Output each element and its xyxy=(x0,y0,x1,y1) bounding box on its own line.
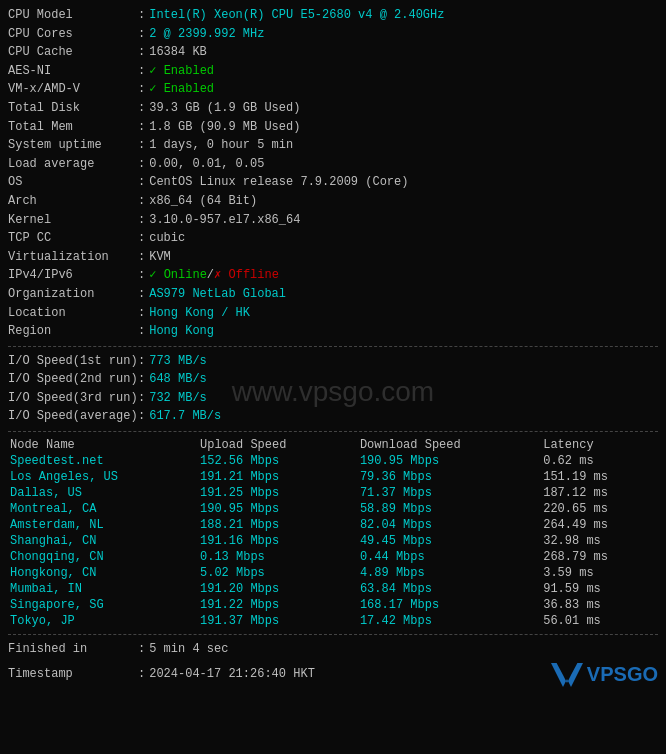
footer-section: Finished in : 5 min 4 sec Timestamp : 20… xyxy=(8,640,658,691)
cpu-model-value: Intel(R) Xeon(R) CPU E5-2680 v4 @ 2.40GH… xyxy=(149,6,444,25)
load-value: 0.00, 0.01, 0.05 xyxy=(149,155,264,174)
node-name: Los Angeles, US xyxy=(8,469,190,485)
upload-speed: 191.25 Mbps xyxy=(190,485,350,501)
io-run2-label: I/O Speed(2nd run) xyxy=(8,370,138,389)
latency-value: 220.65 ms xyxy=(533,501,658,517)
network-row: Chongqing, CN 0.13 Mbps 0.44 Mbps 268.79… xyxy=(8,549,658,565)
network-row: Tokyo, JP 191.37 Mbps 17.42 Mbps 56.01 m… xyxy=(8,613,658,629)
ipv4-online: ✓ Online xyxy=(149,266,207,285)
node-name: Chongqing, CN xyxy=(8,549,190,565)
download-speed: 17.42 Mbps xyxy=(350,613,533,629)
node-name: Montreal, CA xyxy=(8,501,190,517)
node-name: Tokyo, JP xyxy=(8,613,190,629)
vpsgo-brand: VPSGO xyxy=(587,663,658,686)
org-label: Organization xyxy=(8,285,138,304)
cpu-model-row: CPU Model : Intel(R) Xeon(R) CPU E5-2680… xyxy=(8,6,658,25)
latency-value: 91.59 ms xyxy=(533,581,658,597)
network-row: Amsterdam, NL 188.21 Mbps 82.04 Mbps 264… xyxy=(8,517,658,533)
org-value: AS979 NetLab Global xyxy=(149,285,286,304)
total-mem-row: Total Mem : 1.8 GB (90.9 MB Used) xyxy=(8,118,658,137)
upload-speed: 191.21 Mbps xyxy=(190,469,350,485)
divider-1 xyxy=(8,346,658,347)
io-run3-row: I/O Speed(3rd run) : 732 MB/s xyxy=(8,389,658,408)
network-row: Mumbai, IN 191.20 Mbps 63.84 Mbps 91.59 … xyxy=(8,581,658,597)
cpu-cores-row: CPU Cores : 2 @ 2399.992 MHz xyxy=(8,25,658,44)
cpu-cache-row: CPU Cache : 16384 KB xyxy=(8,43,658,62)
vm-row: VM-x/AMD-V : ✓ Enabled xyxy=(8,80,658,99)
finished-row: Finished in : 5 min 4 sec xyxy=(8,640,658,659)
load-label: Load average xyxy=(8,155,138,174)
network-row: Shanghai, CN 191.16 Mbps 49.45 Mbps 32.9… xyxy=(8,533,658,549)
arch-row: Arch : x86_64 (64 Bit) xyxy=(8,192,658,211)
network-row: Dallas, US 191.25 Mbps 71.37 Mbps 187.12… xyxy=(8,485,658,501)
node-name: Speedtest.net xyxy=(8,453,190,469)
upload-speed: 191.20 Mbps xyxy=(190,581,350,597)
arch-value: x86_64 (64 Bit) xyxy=(149,192,257,211)
network-row: Speedtest.net 152.56 Mbps 190.95 Mbps 0.… xyxy=(8,453,658,469)
total-disk-value: 39.3 GB (1.9 GB Used) xyxy=(149,99,300,118)
location-value: Hong Kong / HK xyxy=(149,304,250,323)
timestamp-label: Timestamp xyxy=(8,665,138,684)
total-mem-value: 1.8 GB (90.9 MB Used) xyxy=(149,118,300,137)
download-speed: 190.95 Mbps xyxy=(350,453,533,469)
tcp-cc-row: TCP CC : cubic xyxy=(8,229,658,248)
kernel-label: Kernel xyxy=(8,211,138,230)
latency-value: 264.49 ms xyxy=(533,517,658,533)
io-avg-row: I/O Speed(average) : 617.7 MB/s xyxy=(8,407,658,426)
latency-value: 151.19 ms xyxy=(533,469,658,485)
system-info: CPU Model : Intel(R) Xeon(R) CPU E5-2680… xyxy=(8,6,658,341)
download-speed: 79.36 Mbps xyxy=(350,469,533,485)
network-table: Node Name Upload Speed Download Speed La… xyxy=(8,437,658,629)
io-avg-value: 617.7 MB/s xyxy=(149,407,221,426)
uptime-label: System uptime xyxy=(8,136,138,155)
aes-ni-value: ✓ Enabled xyxy=(149,62,214,81)
node-name: Shanghai, CN xyxy=(8,533,190,549)
total-disk-row: Total Disk : 39.3 GB (1.9 GB Used) xyxy=(8,99,658,118)
virt-row: Virtualization : KVM xyxy=(8,248,658,267)
latency-value: 32.98 ms xyxy=(533,533,658,549)
tcp-cc-value: cubic xyxy=(149,229,185,248)
network-row: Hongkong, CN 5.02 Mbps 4.89 Mbps 3.59 ms xyxy=(8,565,658,581)
total-disk-label: Total Disk xyxy=(8,99,138,118)
aes-ni-label: AES-NI xyxy=(8,62,138,81)
latency-value: 0.62 ms xyxy=(533,453,658,469)
latency-value: 36.83 ms xyxy=(533,597,658,613)
location-label: Location xyxy=(8,304,138,323)
download-speed: 82.04 Mbps xyxy=(350,517,533,533)
vm-label: VM-x/AMD-V xyxy=(8,80,138,99)
io-avg-label: I/O Speed(average) xyxy=(8,407,138,426)
os-label: OS xyxy=(8,173,138,192)
virt-label: Virtualization xyxy=(8,248,138,267)
org-row: Organization : AS979 NetLab Global xyxy=(8,285,658,304)
finished-value: 5 min 4 sec xyxy=(149,640,228,659)
ipv4-row: IPv4/IPv6 : ✓ Online / ✗ Offline xyxy=(8,266,658,285)
network-row: Singapore, SG 191.22 Mbps 168.17 Mbps 36… xyxy=(8,597,658,613)
upload-speed: 191.37 Mbps xyxy=(190,613,350,629)
io-run2-value: 648 MB/s xyxy=(149,370,207,389)
network-header: Node Name Upload Speed Download Speed La… xyxy=(8,437,658,453)
download-speed: 58.89 Mbps xyxy=(350,501,533,517)
region-value: Hong Kong xyxy=(149,322,214,341)
upload-speed: 191.16 Mbps xyxy=(190,533,350,549)
divider-2 xyxy=(8,431,658,432)
timestamp-row: Timestamp : 2024-04-17 21:26:40 HKT xyxy=(8,665,551,684)
download-speed: 49.45 Mbps xyxy=(350,533,533,549)
aes-ni-row: AES-NI : ✓ Enabled xyxy=(8,62,658,81)
col-download: Download Speed xyxy=(350,437,533,453)
ipv4-offline: ✗ Offline xyxy=(214,266,279,285)
cpu-cores-value: 2 @ 2399.992 MHz xyxy=(149,25,264,44)
upload-speed: 0.13 Mbps xyxy=(190,549,350,565)
network-row: Los Angeles, US 191.21 Mbps 79.36 Mbps 1… xyxy=(8,469,658,485)
os-row: OS : CentOS Linux release 7.9.2009 (Core… xyxy=(8,173,658,192)
vpsgo-v-icon xyxy=(551,659,583,691)
download-speed: 71.37 Mbps xyxy=(350,485,533,501)
tcp-cc-label: TCP CC xyxy=(8,229,138,248)
uptime-value: 1 days, 0 hour 5 min xyxy=(149,136,293,155)
io-run1-value: 773 MB/s xyxy=(149,352,207,371)
latency-value: 268.79 ms xyxy=(533,549,658,565)
vpsgo-logo: VPSGO xyxy=(551,659,658,691)
io-run3-label: I/O Speed(3rd run) xyxy=(8,389,138,408)
upload-speed: 5.02 Mbps xyxy=(190,565,350,581)
virt-value: KVM xyxy=(149,248,171,267)
vm-value: ✓ Enabled xyxy=(149,80,214,99)
